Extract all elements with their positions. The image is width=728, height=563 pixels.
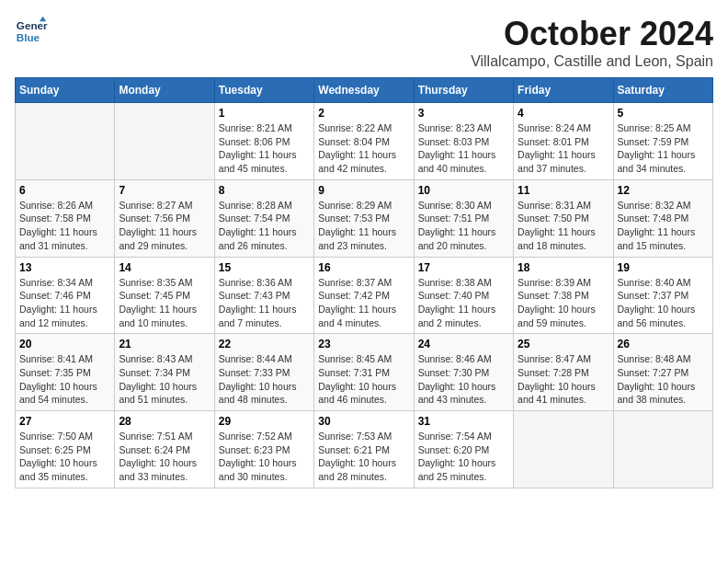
- weekday-header: Thursday: [414, 78, 513, 103]
- day-detail: Sunrise: 7:54 AM Sunset: 6:20 PM Dayligh…: [418, 430, 509, 484]
- calendar-cell: 24Sunrise: 8:46 AM Sunset: 7:30 PM Dayli…: [414, 334, 513, 411]
- day-number: 19: [618, 261, 709, 274]
- calendar-cell: 30Sunrise: 7:53 AM Sunset: 6:21 PM Dayli…: [314, 411, 414, 488]
- day-number: 25: [518, 338, 609, 350]
- calendar-cell: 11Sunrise: 8:31 AM Sunset: 7:50 PM Dayli…: [514, 179, 613, 257]
- day-detail: Sunrise: 8:32 AM Sunset: 7:48 PM Dayligh…: [618, 199, 709, 253]
- day-detail: Sunrise: 8:46 AM Sunset: 7:30 PM Dayligh…: [418, 352, 509, 407]
- day-number: 10: [418, 184, 509, 197]
- day-detail: Sunrise: 7:53 AM Sunset: 6:21 PM Dayligh…: [318, 430, 409, 484]
- weekday-header: Sunday: [16, 78, 115, 103]
- calendar-cell: 17Sunrise: 8:38 AM Sunset: 7:40 PM Dayli…: [414, 257, 513, 334]
- day-number: 24: [418, 338, 509, 350]
- day-number: 5: [618, 107, 709, 120]
- day-detail: Sunrise: 8:44 AM Sunset: 7:33 PM Dayligh…: [219, 352, 310, 407]
- logo-icon: General Blue: [15, 15, 48, 48]
- day-number: 13: [19, 261, 110, 274]
- day-detail: Sunrise: 8:29 AM Sunset: 7:53 PM Dayligh…: [318, 199, 409, 253]
- calendar-cell: 6Sunrise: 8:26 AM Sunset: 7:58 PM Daylig…: [16, 179, 115, 257]
- location-title: Villalcampo, Castille and Leon, Spain: [471, 53, 713, 70]
- day-detail: Sunrise: 8:25 AM Sunset: 7:59 PM Dayligh…: [618, 121, 709, 176]
- calendar-cell: [514, 411, 613, 488]
- calendar-cell: 26Sunrise: 8:48 AM Sunset: 7:27 PM Dayli…: [613, 334, 712, 411]
- day-number: 22: [219, 338, 310, 350]
- calendar-cell: 31Sunrise: 7:54 AM Sunset: 6:20 PM Dayli…: [414, 411, 513, 488]
- day-detail: Sunrise: 8:38 AM Sunset: 7:40 PM Dayligh…: [418, 276, 509, 330]
- day-detail: Sunrise: 7:50 AM Sunset: 6:25 PM Dayligh…: [19, 430, 110, 484]
- weekday-header: Wednesday: [314, 78, 414, 103]
- day-detail: Sunrise: 8:43 AM Sunset: 7:34 PM Dayligh…: [119, 352, 210, 407]
- day-detail: Sunrise: 8:40 AM Sunset: 7:37 PM Dayligh…: [618, 276, 709, 330]
- calendar-cell: 3Sunrise: 8:23 AM Sunset: 8:03 PM Daylig…: [414, 103, 513, 180]
- calendar-cell: 18Sunrise: 8:39 AM Sunset: 7:38 PM Dayli…: [514, 257, 613, 334]
- day-number: 30: [318, 415, 409, 428]
- calendar-cell: 8Sunrise: 8:28 AM Sunset: 7:54 PM Daylig…: [214, 179, 313, 257]
- day-number: 20: [19, 338, 110, 350]
- day-detail: Sunrise: 8:31 AM Sunset: 7:50 PM Dayligh…: [518, 199, 609, 253]
- day-number: 21: [119, 338, 210, 350]
- day-detail: Sunrise: 8:27 AM Sunset: 7:56 PM Dayligh…: [119, 199, 210, 253]
- calendar-cell: [115, 103, 214, 180]
- calendar-cell: 25Sunrise: 8:47 AM Sunset: 7:28 PM Dayli…: [514, 334, 613, 411]
- day-detail: Sunrise: 8:41 AM Sunset: 7:35 PM Dayligh…: [19, 352, 110, 407]
- day-detail: Sunrise: 8:28 AM Sunset: 7:54 PM Dayligh…: [219, 199, 310, 253]
- weekday-header: Tuesday: [214, 78, 313, 103]
- calendar-table: SundayMondayTuesdayWednesdayThursdayFrid…: [15, 77, 713, 488]
- weekday-header: Monday: [115, 78, 214, 103]
- day-number: 15: [219, 261, 310, 274]
- day-detail: Sunrise: 8:35 AM Sunset: 7:45 PM Dayligh…: [119, 276, 210, 330]
- title-section: October 2024 Villalcampo, Castille and L…: [471, 15, 713, 70]
- calendar-cell: 2Sunrise: 8:22 AM Sunset: 8:04 PM Daylig…: [314, 103, 414, 180]
- calendar-week-row: 27Sunrise: 7:50 AM Sunset: 6:25 PM Dayli…: [16, 411, 713, 488]
- calendar-cell: 27Sunrise: 7:50 AM Sunset: 6:25 PM Dayli…: [16, 411, 115, 488]
- calendar-cell: 9Sunrise: 8:29 AM Sunset: 7:53 PM Daylig…: [314, 179, 414, 257]
- calendar-cell: [613, 411, 712, 488]
- day-number: 6: [19, 184, 110, 197]
- day-detail: Sunrise: 8:36 AM Sunset: 7:43 PM Dayligh…: [219, 276, 310, 330]
- day-number: 12: [618, 184, 709, 197]
- day-number: 18: [518, 261, 609, 274]
- calendar-cell: 16Sunrise: 8:37 AM Sunset: 7:42 PM Dayli…: [314, 257, 414, 334]
- day-number: 9: [318, 184, 409, 197]
- day-number: 31: [418, 415, 509, 428]
- day-detail: Sunrise: 8:45 AM Sunset: 7:31 PM Dayligh…: [318, 352, 409, 407]
- calendar-week-row: 1Sunrise: 8:21 AM Sunset: 8:06 PM Daylig…: [16, 103, 713, 180]
- calendar-cell: 7Sunrise: 8:27 AM Sunset: 7:56 PM Daylig…: [115, 179, 214, 257]
- calendar-cell: 19Sunrise: 8:40 AM Sunset: 7:37 PM Dayli…: [613, 257, 712, 334]
- calendar-cell: 23Sunrise: 8:45 AM Sunset: 7:31 PM Dayli…: [314, 334, 414, 411]
- day-number: 1: [219, 107, 310, 120]
- day-detail: Sunrise: 8:22 AM Sunset: 8:04 PM Dayligh…: [318, 121, 409, 176]
- day-detail: Sunrise: 8:24 AM Sunset: 8:01 PM Dayligh…: [518, 121, 609, 176]
- calendar-week-row: 13Sunrise: 8:34 AM Sunset: 7:46 PM Dayli…: [16, 257, 713, 334]
- calendar-cell: 21Sunrise: 8:43 AM Sunset: 7:34 PM Dayli…: [115, 334, 214, 411]
- day-number: 17: [418, 261, 509, 274]
- logo: General Blue: [15, 15, 48, 48]
- day-detail: Sunrise: 7:52 AM Sunset: 6:23 PM Dayligh…: [219, 430, 310, 484]
- day-detail: Sunrise: 8:48 AM Sunset: 7:27 PM Dayligh…: [618, 352, 709, 407]
- day-detail: Sunrise: 8:30 AM Sunset: 7:51 PM Dayligh…: [418, 199, 509, 253]
- calendar-cell: 20Sunrise: 8:41 AM Sunset: 7:35 PM Dayli…: [16, 334, 115, 411]
- day-detail: Sunrise: 8:21 AM Sunset: 8:06 PM Dayligh…: [219, 121, 310, 176]
- weekday-header: Friday: [514, 78, 613, 103]
- month-title: October 2024: [471, 15, 713, 53]
- day-detail: Sunrise: 8:26 AM Sunset: 7:58 PM Dayligh…: [19, 199, 110, 253]
- calendar-cell: 22Sunrise: 8:44 AM Sunset: 7:33 PM Dayli…: [214, 334, 313, 411]
- svg-text:Blue: Blue: [17, 31, 40, 43]
- day-number: 8: [219, 184, 310, 197]
- day-detail: Sunrise: 8:34 AM Sunset: 7:46 PM Dayligh…: [19, 276, 110, 330]
- calendar-cell: 13Sunrise: 8:34 AM Sunset: 7:46 PM Dayli…: [16, 257, 115, 334]
- day-number: 26: [618, 338, 709, 350]
- day-number: 27: [19, 415, 110, 428]
- day-number: 2: [318, 107, 409, 120]
- day-detail: Sunrise: 8:39 AM Sunset: 7:38 PM Dayligh…: [518, 276, 609, 330]
- calendar-cell: 10Sunrise: 8:30 AM Sunset: 7:51 PM Dayli…: [414, 179, 513, 257]
- calendar-cell: 5Sunrise: 8:25 AM Sunset: 7:59 PM Daylig…: [613, 103, 712, 180]
- day-number: 23: [318, 338, 409, 350]
- calendar-cell: 28Sunrise: 7:51 AM Sunset: 6:24 PM Dayli…: [115, 411, 214, 488]
- calendar-cell: 15Sunrise: 8:36 AM Sunset: 7:43 PM Dayli…: [214, 257, 313, 334]
- day-number: 29: [219, 415, 310, 428]
- day-detail: Sunrise: 8:37 AM Sunset: 7:42 PM Dayligh…: [318, 276, 409, 330]
- day-number: 16: [318, 261, 409, 274]
- calendar-cell: [16, 103, 115, 180]
- calendar-week-row: 20Sunrise: 8:41 AM Sunset: 7:35 PM Dayli…: [16, 334, 713, 411]
